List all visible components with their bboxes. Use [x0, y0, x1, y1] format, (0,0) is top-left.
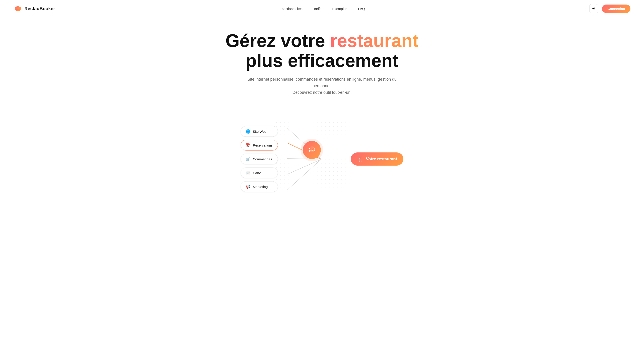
sun-icon: ☀ [592, 6, 596, 11]
megaphone-icon: 📢 [246, 184, 250, 189]
svg-point-18 [312, 148, 314, 151]
svg-point-17 [309, 148, 311, 151]
hero-title-part2: plus efficacement [246, 51, 398, 71]
hero-title-part1: Gérez votre [226, 31, 330, 51]
hero-subtitle-line2: Découvrez notre outil tout-en-un. [292, 90, 352, 95]
hero-subtitle: Site internet personnalisé, commandes et… [243, 76, 401, 96]
logo[interactable]: RestauBooker [14, 4, 55, 13]
diagram-container: 🌐 Site Web 📅 Réservations 🛒 Commandes 📖 … [236, 114, 408, 204]
nav-faq[interactable]: FAQ [358, 7, 365, 11]
theme-toggle-button[interactable]: ☀ [589, 4, 598, 13]
nav-links: Fonctionnalités Tarifs Exemples FAQ [280, 7, 365, 11]
globe-icon: 🌐 [246, 129, 250, 134]
nav-exemples[interactable]: Exemples [332, 7, 347, 11]
feature-pill-marketing[interactable]: 📢 Marketing [240, 182, 278, 192]
navbar: RestauBooker Fonctionnalités Tarifs Exem… [0, 0, 644, 17]
basket-icon: 🛒 [246, 157, 250, 161]
feature-pill-reservations-label: Réservations [253, 143, 273, 147]
svg-point-3 [16, 6, 20, 9]
logo-text: RestauBooker [24, 6, 55, 11]
calendar-icon: 📅 [246, 143, 250, 148]
fork-knife-icon: 🍴 [357, 156, 363, 162]
hero-title: Gérez votre restaurant plus efficacement [9, 31, 635, 71]
hero-subtitle-line1: Site internet personnalisé, commandes et… [248, 77, 396, 88]
center-hub [303, 141, 321, 159]
feature-pill-carte-label: Carte [253, 171, 261, 175]
hero-title-highlight: restaurant [330, 31, 418, 51]
feature-pills: 🌐 Site Web 📅 Réservations 🛒 Commandes 📖 … [240, 126, 278, 192]
feature-pill-marketing-label: Marketing [253, 185, 268, 189]
book-icon: 📖 [246, 170, 250, 175]
connexion-button[interactable]: Connexion [602, 5, 630, 13]
svg-rect-19 [310, 151, 314, 152]
feature-pill-site-web-label: Site Web [253, 130, 266, 133]
feature-pill-site-web[interactable]: 🌐 Site Web [240, 126, 278, 137]
svg-rect-4 [16, 9, 20, 11]
feature-pill-carte[interactable]: 📖 Carte [240, 168, 278, 178]
chef-hat-icon [307, 145, 317, 155]
restaurant-pill[interactable]: 🍴 Votre restaurant [351, 152, 404, 165]
nav-fonctionnalites[interactable]: Fonctionnalités [280, 7, 302, 11]
nav-right: ☀ Connexion [589, 4, 630, 13]
feature-pill-commandes[interactable]: 🛒 Commandes [240, 154, 278, 164]
feature-pill-commandes-label: Commandes [253, 157, 272, 161]
diagram-section: 🌐 Site Web 📅 Réservations 🛒 Commandes 📖 … [0, 100, 644, 218]
restaurant-label: Votre restaurant [366, 157, 397, 161]
hero-section: Gérez votre restaurant plus efficacement… [0, 17, 644, 100]
feature-pill-reservations[interactable]: 📅 Réservations [240, 140, 278, 151]
logo-icon [14, 4, 22, 13]
nav-tarifs[interactable]: Tarifs [314, 7, 322, 11]
